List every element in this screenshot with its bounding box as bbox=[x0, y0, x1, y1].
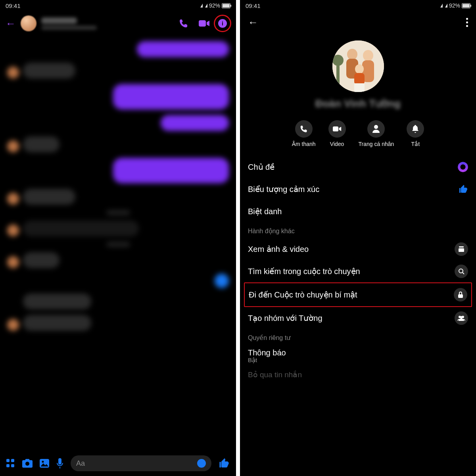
section-more-actions: Hành động khác bbox=[248, 223, 468, 238]
phone-icon bbox=[295, 120, 313, 138]
status-battery: 92% bbox=[449, 2, 460, 9]
chat-header: ← i bbox=[0, 11, 236, 36]
apps-icon[interactable] bbox=[6, 459, 15, 468]
person-icon bbox=[367, 120, 385, 138]
chat-screen: 09:41 92% ← i bbox=[0, 0, 236, 476]
lock-icon bbox=[454, 288, 467, 301]
status-bar: 09:41 92% bbox=[240, 0, 476, 11]
svg-rect-14 bbox=[354, 83, 365, 92]
emoji-icon[interactable] bbox=[197, 459, 206, 468]
svg-line-20 bbox=[463, 273, 464, 274]
status-bar: 09:41 92% bbox=[0, 0, 236, 11]
action-audio[interactable]: Âm thanh bbox=[292, 120, 316, 147]
svg-point-8 bbox=[347, 49, 357, 60]
svg-point-7 bbox=[332, 55, 344, 66]
phone-icon[interactable] bbox=[179, 19, 188, 28]
action-label: Âm thanh bbox=[292, 141, 316, 147]
mic-icon[interactable] bbox=[56, 458, 63, 468]
avatar[interactable] bbox=[21, 15, 36, 31]
chat-messages[interactable] bbox=[0, 36, 236, 448]
item-label: Biệt danh bbox=[248, 207, 282, 216]
status-battery: 92% bbox=[209, 2, 220, 9]
svg-point-16 bbox=[374, 125, 378, 129]
settings-screen: 09:41 92% ← Đoàn Vinh Tường bbox=[240, 0, 476, 476]
video-icon[interactable] bbox=[199, 19, 210, 27]
settings-list: Chủ đề Biểu tượng cảm xúc Biệt danh Hành… bbox=[240, 156, 476, 379]
stack-icon bbox=[455, 242, 468, 256]
action-label: Tắt bbox=[411, 141, 420, 147]
item-secret-conversation-highlight[interactable]: Đi đến Cuộc trò chuyện bí mật bbox=[244, 282, 472, 307]
item-ignore-cut[interactable]: Bỏ qua tin nhắn bbox=[248, 367, 468, 379]
contact-name[interactable] bbox=[41, 17, 169, 30]
svg-point-24 bbox=[460, 316, 463, 319]
svg-rect-6 bbox=[336, 64, 340, 92]
item-media[interactable]: Xem ảnh & video bbox=[248, 238, 468, 260]
item-label: Thông báo bbox=[248, 348, 286, 357]
item-label: Tạo nhóm với Tường bbox=[248, 313, 322, 323]
settings-header: ← bbox=[240, 11, 476, 33]
avatar-large[interactable] bbox=[332, 40, 384, 92]
item-create-group[interactable]: Tạo nhóm với Tường bbox=[248, 307, 468, 329]
action-label: Video bbox=[330, 141, 344, 147]
item-search[interactable]: Tìm kiếm trong cuộc trò chuyện bbox=[248, 260, 468, 282]
action-mute[interactable]: Tắt bbox=[407, 120, 424, 147]
item-emoji[interactable]: Biểu tượng cảm xúc bbox=[248, 178, 468, 200]
thumb-icon bbox=[459, 184, 468, 194]
action-label: Trang cá nhân bbox=[359, 141, 394, 147]
item-label: Biểu tượng cảm xúc bbox=[248, 184, 319, 194]
svg-rect-21 bbox=[458, 294, 463, 298]
item-nickname[interactable]: Biệt danh bbox=[248, 200, 468, 223]
action-row: Âm thanh Video Trang cá nhân Tắt bbox=[240, 120, 476, 147]
item-label: Đi đến Cuộc trò chuyện bí mật bbox=[249, 290, 357, 299]
notifications-state: Bật bbox=[248, 357, 468, 367]
svg-rect-15 bbox=[333, 127, 338, 132]
more-icon[interactable] bbox=[466, 18, 468, 27]
svg-point-1 bbox=[25, 462, 29, 466]
action-video[interactable]: Video bbox=[328, 120, 346, 147]
svg-rect-18 bbox=[459, 248, 464, 252]
svg-point-3 bbox=[42, 461, 44, 463]
item-label: Chủ đề bbox=[248, 162, 274, 172]
item-label: Tìm kiếm trong cuộc trò chuyện bbox=[248, 267, 360, 276]
action-profile[interactable]: Trang cá nhân bbox=[359, 120, 394, 147]
gallery-icon[interactable] bbox=[40, 459, 49, 468]
svg-rect-17 bbox=[459, 246, 464, 248]
status-time: 09:41 bbox=[6, 2, 21, 9]
bell-icon bbox=[407, 120, 424, 138]
svg-rect-4 bbox=[58, 458, 61, 464]
svg-point-12 bbox=[355, 64, 364, 74]
message-input[interactable]: Aa bbox=[71, 455, 211, 471]
back-arrow-icon[interactable]: ← bbox=[6, 17, 16, 30]
svg-rect-13 bbox=[354, 73, 365, 85]
item-label: Xem ảnh & video bbox=[248, 244, 309, 254]
section-privacy: Quyền riêng tư bbox=[248, 329, 468, 345]
message-placeholder: Aa bbox=[76, 459, 85, 468]
status-right: 92% bbox=[200, 2, 230, 9]
theme-ring-icon bbox=[458, 162, 468, 172]
info-button-highlight: i bbox=[215, 15, 230, 31]
svg-point-19 bbox=[459, 269, 463, 273]
search-icon bbox=[455, 265, 468, 278]
chat-input-bar: Aa bbox=[0, 451, 236, 476]
like-icon[interactable] bbox=[219, 458, 230, 469]
profile-section: Đoàn Vinh Tường bbox=[240, 33, 476, 113]
camera-icon[interactable] bbox=[22, 459, 33, 468]
video-icon bbox=[328, 120, 346, 138]
svg-rect-0 bbox=[199, 20, 206, 27]
info-icon[interactable]: i bbox=[218, 19, 227, 28]
profile-name: Đoàn Vinh Tường bbox=[315, 98, 401, 110]
item-theme[interactable]: Chủ đề bbox=[248, 156, 468, 178]
status-right: 92% bbox=[440, 2, 470, 9]
back-arrow-icon[interactable]: ← bbox=[248, 16, 258, 29]
status-time: 09:41 bbox=[246, 2, 261, 9]
svg-point-10 bbox=[363, 50, 373, 61]
group-icon bbox=[455, 311, 468, 325]
